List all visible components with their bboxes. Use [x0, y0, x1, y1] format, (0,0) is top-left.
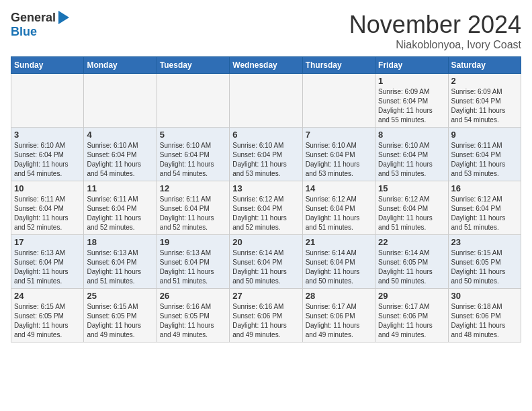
day-of-week-header: Wednesday [230, 57, 302, 74]
day-number: 30 [451, 291, 518, 301]
day-info: Sunrise: 6:10 AM Sunset: 6:04 PM Dayligh… [87, 141, 153, 179]
day-of-week-header: Monday [84, 57, 157, 74]
calendar-day-cell: 21Sunrise: 6:14 AM Sunset: 6:04 PM Dayli… [302, 235, 375, 289]
calendar-week-row: 10Sunrise: 6:11 AM Sunset: 6:04 PM Dayli… [11, 181, 521, 235]
day-of-week-header: Sunday [11, 57, 84, 74]
page-header: General Blue November 2024 Niakoblonyoa,… [11, 11, 521, 51]
logo-arrow-icon [58, 11, 69, 24]
calendar-day-cell: 23Sunrise: 6:15 AM Sunset: 6:05 PM Dayli… [448, 235, 521, 289]
day-info: Sunrise: 6:09 AM Sunset: 6:04 PM Dayligh… [378, 87, 445, 125]
calendar-day-cell: 28Sunrise: 6:17 AM Sunset: 6:06 PM Dayli… [302, 289, 375, 342]
day-number: 29 [378, 291, 445, 301]
day-number: 3 [14, 130, 81, 140]
day-number: 8 [378, 130, 445, 140]
day-info: Sunrise: 6:14 AM Sunset: 6:04 PM Dayligh… [306, 248, 372, 286]
calendar-day-cell: 15Sunrise: 6:12 AM Sunset: 6:04 PM Dayli… [375, 181, 448, 235]
day-info: Sunrise: 6:14 AM Sunset: 6:04 PM Dayligh… [232, 248, 299, 286]
calendar-day-cell: 5Sunrise: 6:10 AM Sunset: 6:04 PM Daylig… [157, 128, 229, 181]
day-info: Sunrise: 6:12 AM Sunset: 6:04 PM Dayligh… [378, 195, 445, 232]
calendar-table: SundayMondayTuesdayWednesdayThursdayFrid… [11, 56, 521, 342]
calendar-week-row: 17Sunrise: 6:13 AM Sunset: 6:04 PM Dayli… [11, 235, 521, 289]
calendar-day-cell: 1Sunrise: 6:09 AM Sunset: 6:04 PM Daylig… [375, 74, 448, 128]
day-info: Sunrise: 6:10 AM Sunset: 6:04 PM Dayligh… [306, 141, 372, 179]
day-number: 15 [378, 183, 445, 193]
calendar-day-cell: 14Sunrise: 6:12 AM Sunset: 6:04 PM Dayli… [302, 181, 375, 235]
day-number: 19 [160, 237, 226, 247]
day-info: Sunrise: 6:12 AM Sunset: 6:04 PM Dayligh… [451, 195, 518, 232]
day-number: 5 [160, 130, 226, 140]
day-number: 17 [14, 237, 81, 247]
calendar-body: 1Sunrise: 6:09 AM Sunset: 6:04 PM Daylig… [11, 74, 521, 342]
day-number: 16 [451, 183, 518, 193]
calendar-day-cell: 27Sunrise: 6:16 AM Sunset: 6:06 PM Dayli… [230, 289, 302, 342]
day-info: Sunrise: 6:16 AM Sunset: 6:05 PM Dayligh… [160, 302, 226, 340]
day-number: 22 [378, 237, 445, 247]
logo-general-text: General [11, 11, 56, 25]
day-number: 10 [14, 183, 81, 193]
day-info: Sunrise: 6:15 AM Sunset: 6:05 PM Dayligh… [14, 302, 81, 340]
calendar-day-cell: 25Sunrise: 6:15 AM Sunset: 6:05 PM Dayli… [84, 289, 157, 342]
location-text: Niakoblonyoa, Ivory Coast [349, 39, 521, 51]
day-number: 14 [306, 183, 372, 193]
day-number: 25 [87, 291, 153, 301]
day-info: Sunrise: 6:16 AM Sunset: 6:06 PM Dayligh… [232, 302, 299, 340]
title-block: November 2024 Niakoblonyoa, Ivory Coast [349, 11, 521, 51]
day-info: Sunrise: 6:10 AM Sunset: 6:04 PM Dayligh… [378, 141, 445, 179]
calendar-day-cell: 29Sunrise: 6:17 AM Sunset: 6:06 PM Dayli… [375, 289, 448, 342]
calendar-day-cell: 13Sunrise: 6:12 AM Sunset: 6:04 PM Dayli… [230, 181, 302, 235]
calendar-day-cell: 3Sunrise: 6:10 AM Sunset: 6:04 PM Daylig… [11, 128, 84, 181]
day-info: Sunrise: 6:12 AM Sunset: 6:04 PM Dayligh… [232, 195, 299, 232]
calendar-header: SundayMondayTuesdayWednesdayThursdayFrid… [11, 57, 521, 74]
calendar-day-cell [11, 74, 84, 128]
day-number: 26 [160, 291, 226, 301]
day-number: 2 [451, 76, 518, 86]
calendar-day-cell: 6Sunrise: 6:10 AM Sunset: 6:04 PM Daylig… [230, 128, 302, 181]
day-of-week-header: Friday [375, 57, 448, 74]
calendar-day-cell: 22Sunrise: 6:14 AM Sunset: 6:05 PM Dayli… [375, 235, 448, 289]
day-number: 23 [451, 237, 518, 247]
day-number: 18 [87, 237, 153, 247]
day-number: 11 [87, 183, 153, 193]
calendar-day-cell [230, 74, 302, 128]
calendar-day-cell: 19Sunrise: 6:13 AM Sunset: 6:04 PM Dayli… [157, 235, 229, 289]
calendar-day-cell: 16Sunrise: 6:12 AM Sunset: 6:04 PM Dayli… [448, 181, 521, 235]
calendar-day-cell: 12Sunrise: 6:11 AM Sunset: 6:04 PM Dayli… [157, 181, 229, 235]
day-info: Sunrise: 6:10 AM Sunset: 6:04 PM Dayligh… [232, 141, 299, 179]
calendar-day-cell: 4Sunrise: 6:10 AM Sunset: 6:04 PM Daylig… [84, 128, 157, 181]
day-number: 7 [306, 130, 372, 140]
calendar-day-cell: 30Sunrise: 6:18 AM Sunset: 6:06 PM Dayli… [448, 289, 521, 342]
day-info: Sunrise: 6:15 AM Sunset: 6:05 PM Dayligh… [451, 248, 518, 286]
calendar-day-cell: 20Sunrise: 6:14 AM Sunset: 6:04 PM Dayli… [230, 235, 302, 289]
calendar-day-cell: 7Sunrise: 6:10 AM Sunset: 6:04 PM Daylig… [302, 128, 375, 181]
day-info: Sunrise: 6:13 AM Sunset: 6:04 PM Dayligh… [87, 248, 153, 286]
calendar-day-cell: 9Sunrise: 6:11 AM Sunset: 6:04 PM Daylig… [448, 128, 521, 181]
day-number: 20 [232, 237, 299, 247]
calendar-day-cell: 17Sunrise: 6:13 AM Sunset: 6:04 PM Dayli… [11, 235, 84, 289]
day-info: Sunrise: 6:10 AM Sunset: 6:04 PM Dayligh… [160, 141, 226, 179]
day-info: Sunrise: 6:18 AM Sunset: 6:06 PM Dayligh… [451, 302, 518, 340]
calendar-day-cell: 24Sunrise: 6:15 AM Sunset: 6:05 PM Dayli… [11, 289, 84, 342]
day-info: Sunrise: 6:12 AM Sunset: 6:04 PM Dayligh… [306, 195, 372, 232]
day-number: 24 [14, 291, 81, 301]
day-info: Sunrise: 6:14 AM Sunset: 6:05 PM Dayligh… [378, 248, 445, 286]
logo-blue-text: Blue [11, 25, 37, 39]
calendar-day-cell: 18Sunrise: 6:13 AM Sunset: 6:04 PM Dayli… [84, 235, 157, 289]
day-info: Sunrise: 6:17 AM Sunset: 6:06 PM Dayligh… [378, 302, 445, 340]
day-info: Sunrise: 6:10 AM Sunset: 6:04 PM Dayligh… [14, 141, 81, 179]
day-of-week-header: Thursday [302, 57, 375, 74]
day-info: Sunrise: 6:13 AM Sunset: 6:04 PM Dayligh… [14, 248, 81, 286]
day-info: Sunrise: 6:11 AM Sunset: 6:04 PM Dayligh… [14, 195, 81, 232]
day-of-week-header: Tuesday [157, 57, 229, 74]
month-title: November 2024 [349, 11, 521, 39]
day-number: 21 [306, 237, 372, 247]
day-number: 12 [160, 183, 226, 193]
day-info: Sunrise: 6:11 AM Sunset: 6:04 PM Dayligh… [87, 195, 153, 232]
calendar-day-cell: 26Sunrise: 6:16 AM Sunset: 6:05 PM Dayli… [157, 289, 229, 342]
day-info: Sunrise: 6:15 AM Sunset: 6:05 PM Dayligh… [87, 302, 153, 340]
day-of-week-header: Saturday [448, 57, 521, 74]
day-info: Sunrise: 6:09 AM Sunset: 6:04 PM Dayligh… [451, 87, 518, 125]
day-info: Sunrise: 6:11 AM Sunset: 6:04 PM Dayligh… [451, 141, 518, 179]
calendar-week-row: 3Sunrise: 6:10 AM Sunset: 6:04 PM Daylig… [11, 128, 521, 181]
day-number: 9 [451, 130, 518, 140]
calendar-day-cell: 8Sunrise: 6:10 AM Sunset: 6:04 PM Daylig… [375, 128, 448, 181]
